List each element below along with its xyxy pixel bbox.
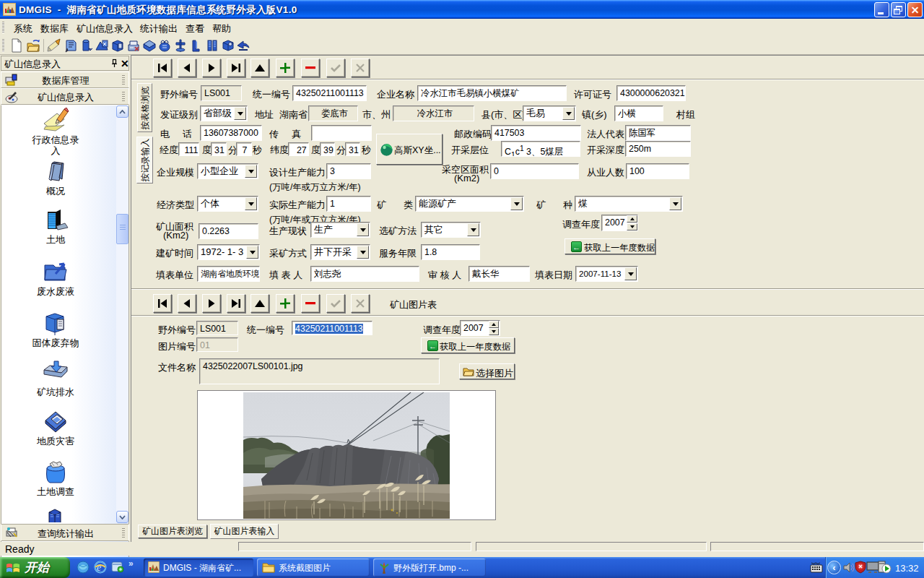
svg-text:e: e: [97, 562, 101, 573]
